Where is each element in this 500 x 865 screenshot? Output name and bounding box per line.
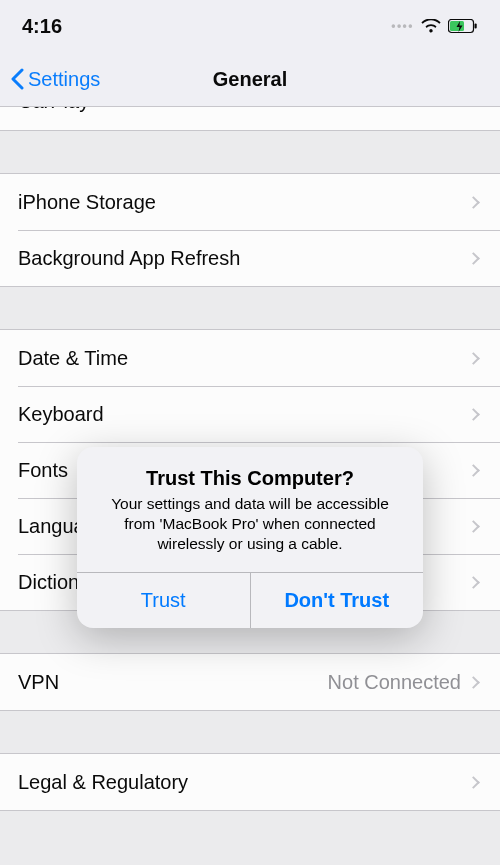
chevron-right-icon bbox=[467, 196, 480, 209]
svg-rect-2 bbox=[475, 23, 477, 28]
alert-title: Trust This Computer? bbox=[95, 467, 405, 490]
row-label: CarPlay bbox=[18, 107, 469, 112]
row-iphone-storage[interactable]: iPhone Storage bbox=[0, 174, 500, 230]
chevron-left-icon bbox=[10, 68, 24, 90]
chevron-right-icon bbox=[467, 352, 480, 365]
row-label: Keyboard bbox=[18, 403, 469, 426]
row-background-app-refresh[interactable]: Background App Refresh bbox=[0, 230, 500, 286]
carrier-dots-icon: •••• bbox=[391, 19, 414, 33]
alert-message: Your settings and data will be accessibl… bbox=[95, 494, 405, 554]
status-time: 4:16 bbox=[22, 15, 62, 38]
chevron-right-icon bbox=[467, 464, 480, 477]
row-vpn[interactable]: VPN Not Connected bbox=[0, 654, 500, 710]
chevron-right-icon bbox=[467, 520, 480, 533]
battery-charging-icon bbox=[448, 19, 478, 34]
status-bar: 4:16 •••• bbox=[0, 0, 500, 52]
row-label: Background App Refresh bbox=[18, 247, 469, 270]
nav-bar: Settings General bbox=[0, 52, 500, 107]
chevron-right-icon bbox=[467, 676, 480, 689]
row-label: Legal & Regulatory bbox=[18, 771, 469, 794]
row-keyboard[interactable]: Keyboard bbox=[0, 386, 500, 442]
back-label: Settings bbox=[28, 68, 100, 91]
back-button[interactable]: Settings bbox=[0, 68, 100, 91]
row-label: VPN bbox=[18, 671, 328, 694]
trust-computer-alert: Trust This Computer? Your settings and d… bbox=[77, 447, 423, 628]
row-carplay[interactable]: CarPlay bbox=[0, 107, 500, 130]
row-value: Not Connected bbox=[328, 671, 461, 694]
trust-button[interactable]: Trust bbox=[77, 573, 250, 628]
chevron-right-icon bbox=[467, 576, 480, 589]
row-date-time[interactable]: Date & Time bbox=[0, 330, 500, 386]
status-right: •••• bbox=[391, 19, 478, 34]
row-label: Date & Time bbox=[18, 347, 469, 370]
wifi-icon bbox=[421, 19, 441, 34]
row-legal-regulatory[interactable]: Legal & Regulatory bbox=[0, 754, 500, 810]
chevron-right-icon bbox=[467, 252, 480, 265]
row-label: iPhone Storage bbox=[18, 191, 469, 214]
chevron-right-icon bbox=[467, 408, 480, 421]
chevron-right-icon bbox=[467, 776, 480, 789]
dont-trust-button[interactable]: Don't Trust bbox=[250, 573, 424, 628]
